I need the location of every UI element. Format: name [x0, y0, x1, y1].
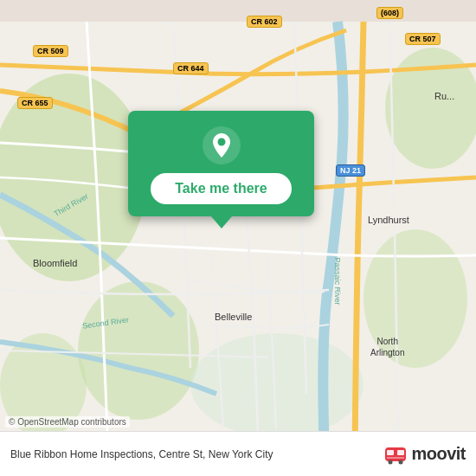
copyright-text: © OpenStreetMap contributors [5, 416, 130, 428]
take-me-there-button[interactable]: Take me there [151, 173, 291, 204]
svg-rect-11 [397, 450, 404, 455]
svg-rect-14 [387, 457, 404, 459]
map-container: CR 602 (608) CR 509 CR 644 CR 507 CR 655… [0, 0, 476, 476]
svg-point-8 [217, 138, 225, 146]
svg-point-2 [78, 281, 199, 420]
location-text: Blue Ribbon Home Inspections, Centre St,… [10, 448, 383, 460]
svg-point-12 [389, 460, 393, 464]
svg-point-13 [399, 460, 403, 464]
svg-rect-10 [387, 450, 394, 455]
moovit-bus-icon [383, 442, 408, 466]
popup-card: Take me there [128, 111, 314, 216]
svg-point-3 [190, 333, 363, 437]
svg-point-4 [363, 229, 467, 368]
map-pin-icon [203, 126, 241, 164]
moovit-brand-text: moovit [411, 444, 466, 464]
moovit-logo: moovit [383, 442, 466, 466]
map-background [0, 0, 476, 476]
bottom-bar: Blue Ribbon Home Inspections, Centre St,… [0, 431, 476, 476]
